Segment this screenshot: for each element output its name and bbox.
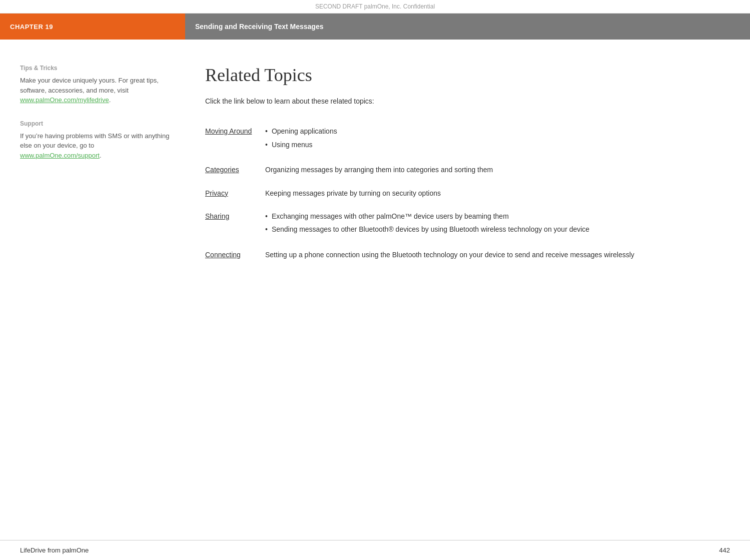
topic-link[interactable]: Moving Around <box>205 127 252 135</box>
chapter-title: Sending and Receiving Text Messages <box>185 14 750 40</box>
bullet-icon: • <box>265 126 268 137</box>
spacer-row <box>205 180 720 184</box>
watermark-text: SECOND DRAFT palmOne, Inc. Confidential <box>315 3 435 10</box>
watermark-bar: SECOND DRAFT palmOne, Inc. Confidential <box>0 0 750 14</box>
table-row: CategoriesOrganizing messages by arrangi… <box>205 160 720 179</box>
table-row: Moving Around•Opening applications•Using… <box>205 122 720 156</box>
table-row: PrivacyKeeping messages private by turni… <box>205 184 720 203</box>
bullet-item: •Using menus <box>265 139 720 150</box>
topic-link[interactable]: Categories <box>205 166 239 174</box>
spacer-row <box>205 241 720 245</box>
topic-content: Keeping messages private by turning on s… <box>265 184 720 203</box>
bullet-icon: • <box>265 224 268 235</box>
tips-link2[interactable]: mylifedrive <box>78 96 109 104</box>
topics-table: Moving Around•Opening applications•Using… <box>205 122 720 264</box>
bullet-item: •Exchanging messages with other palmOne™… <box>265 211 720 222</box>
support-text: If you’re having problems with SMS or wi… <box>20 131 170 161</box>
page-footer: LifeDrive from palmOne 442 <box>0 540 750 560</box>
main-content: Related Topics Click the link below to l… <box>185 55 750 274</box>
footer-left: LifeDrive from palmOne <box>20 546 89 554</box>
footer-right: 442 <box>719 546 730 554</box>
support-link1[interactable]: www.palmOne.com/ <box>20 152 78 159</box>
topic-link[interactable]: Privacy <box>205 189 228 197</box>
table-row: ConnectingSetting up a phone connection … <box>205 245 720 264</box>
bullet-icon: • <box>265 211 268 222</box>
tips-heading: Tips & Tricks <box>20 65 170 72</box>
bullet-text: Exchanging messages with other palmOne™ … <box>272 211 509 222</box>
bullet-icon: • <box>265 139 268 150</box>
content-area: Tips & Tricks Make your device uniquely … <box>0 40 750 304</box>
chapter-header: CHAPTER 19 Sending and Receiving Text Me… <box>0 14 750 40</box>
sidebar: Tips & Tricks Make your device uniquely … <box>0 55 185 274</box>
tips-section: Tips & Tricks Make your device uniquely … <box>20 65 170 105</box>
support-heading: Support <box>20 120 170 127</box>
topic-content: •Opening applications•Using menus <box>265 122 720 156</box>
chapter-label: CHAPTER 19 <box>0 14 185 40</box>
bullet-text: Sending messages to other Bluetooth® dev… <box>272 224 589 235</box>
bullet-text: Opening applications <box>272 126 337 137</box>
bullet-text: Using menus <box>272 139 313 150</box>
tips-link1[interactable]: www.palmOne.com/ <box>20 96 78 104</box>
support-link2[interactable]: support <box>78 152 100 159</box>
topic-content: Setting up a phone connection using the … <box>265 245 720 264</box>
table-row: Sharing•Exchanging messages with other p… <box>205 207 720 241</box>
topic-link[interactable]: Sharing <box>205 212 229 220</box>
topic-content: Organizing messages by arranging them in… <box>265 160 720 179</box>
topic-link[interactable]: Connecting <box>205 251 241 259</box>
page-title: Related Topics <box>205 65 720 86</box>
support-section: Support If you’re having problems with S… <box>20 120 170 161</box>
spacer-row <box>205 203 720 207</box>
spacer-row <box>205 156 720 160</box>
tips-text: Make your device uniquely yours. For gre… <box>20 76 170 105</box>
bullet-item: •Opening applications <box>265 126 720 137</box>
topic-content: •Exchanging messages with other palmOne™… <box>265 207 720 241</box>
bullet-item: •Sending messages to other Bluetooth® de… <box>265 224 720 235</box>
intro-text: Click the link below to learn about thes… <box>205 96 720 107</box>
